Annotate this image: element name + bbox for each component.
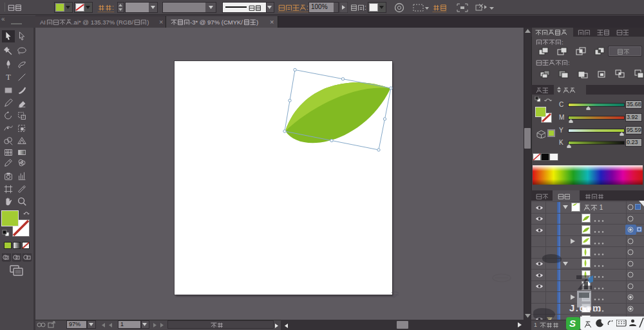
svg-text:T: T <box>6 73 11 82</box>
